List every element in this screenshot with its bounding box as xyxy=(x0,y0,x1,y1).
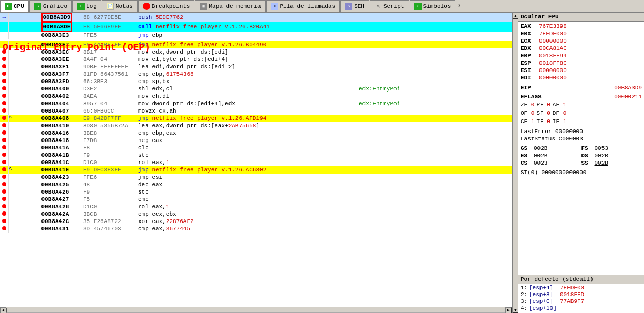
table-row[interactable]: 00B8A3EE 8A4F 04 mov cl,byte ptr ds:[edi… xyxy=(0,56,512,63)
scroll-left-btn[interactable]: ◄ xyxy=(0,307,6,314)
tab-log[interactable]: L Log xyxy=(72,0,101,12)
ocultar-fpu-button[interactable]: Ocultar FPU xyxy=(518,13,644,22)
comment-col xyxy=(359,70,512,78)
bp-col[interactable] xyxy=(0,22,8,32)
hex-col: FFE5 xyxy=(83,32,138,39)
bp-col[interactable] xyxy=(0,137,8,144)
bp-col[interactable] xyxy=(0,56,8,63)
table-row[interactable]: 00B8A41C D1C0 rol eax,1 xyxy=(0,159,512,166)
table-row[interactable]: ^ 00B8A41E E9 DFC3F3FF jmp netflix free … xyxy=(0,166,512,174)
bp-col[interactable] xyxy=(0,159,8,166)
bp-col[interactable] xyxy=(0,63,8,70)
code-area[interactable]: Original Entry Point (OEP) xyxy=(0,13,512,307)
seg-es-name: ES xyxy=(521,152,534,159)
table-row[interactable]: 00B8A41B F9 stc xyxy=(0,152,512,159)
breakpoint-dot xyxy=(2,94,6,98)
hex-col: D1C0 xyxy=(83,203,138,210)
tab-memoria[interactable]: ▦ Mapa de memoria xyxy=(195,0,265,12)
table-row[interactable]: 00B8A3EC 8B17 mov edx,dword ptr ds:[edi] xyxy=(0,48,512,56)
table-row[interactable]: 00B8A423 FFE6 jmp esi xyxy=(0,174,512,181)
bp-col[interactable] xyxy=(0,100,8,107)
scroll-track[interactable] xyxy=(6,308,505,313)
bp-col[interactable] xyxy=(0,115,8,122)
table-row[interactable]: ^ 00B8A408 E9 842DF7FF jmp netflix free … xyxy=(0,115,512,122)
tab-seh[interactable]: S SEH xyxy=(340,0,369,12)
table-row[interactable]: 00B8A3E3 FFE5 jmp ebp xyxy=(0,32,512,39)
tab-breakpoints[interactable]: ● Breakpoints xyxy=(138,0,195,12)
table-row[interactable]: 00B8A400 D3E2 shl edx,cl edx:EntryPoi xyxy=(0,85,512,93)
table-row[interactable]: 00B8A428 D1C0 rol eax,1 xyxy=(0,203,512,210)
table-row[interactable]: 00B8A426 F9 stc xyxy=(0,188,512,196)
bp-col[interactable] xyxy=(0,218,8,225)
flag-pf: PF 0 xyxy=(536,102,550,108)
breakpoint-dot xyxy=(2,226,6,230)
table-row[interactable]: 00B8A3F7 81FD 66437561 cmp ebp,61754366 xyxy=(0,70,512,78)
flag-df: DF 0 xyxy=(553,110,566,116)
comment-col xyxy=(359,48,512,56)
table-row[interactable]: 00B8A431 3D 45746703 cmp eax,3677445 xyxy=(0,225,512,233)
bp-col[interactable] xyxy=(0,48,8,56)
bp-col[interactable] xyxy=(0,210,8,218)
reg-eip: EIP 00B8A3D9 xyxy=(521,84,642,91)
hex-col: F7D8 xyxy=(83,137,138,144)
hex-col: 81FD 66437561 xyxy=(83,70,138,78)
bp-col[interactable]: → xyxy=(0,13,8,22)
table-row[interactable]: 00B8A416 3BE8 cmp ebp,eax xyxy=(0,129,512,137)
table-row[interactable]: 00B8A42C 35 F26A8722 xor eax,22876AF2 xyxy=(0,218,512,225)
bp-col[interactable] xyxy=(0,203,8,210)
tab-cpu[interactable]: C CPU xyxy=(0,0,29,12)
table-row[interactable]: 00B8A404 8957 04 mov dword ptr ds:[edi+4… xyxy=(0,100,512,107)
table-row[interactable]: 00B8A3DE E8 5E66F9FF call netflix free p… xyxy=(0,22,512,32)
comment-col xyxy=(359,22,512,32)
bp-col[interactable] xyxy=(0,93,8,100)
tab-simbolos[interactable]: Σ Símbolos xyxy=(410,0,456,12)
bp-col[interactable] xyxy=(0,181,8,188)
bp-col[interactable] xyxy=(0,166,8,174)
tab-pila[interactable]: ≡ Pila de llamadas xyxy=(266,0,340,12)
breakpoint-dot xyxy=(2,211,6,216)
bp-col[interactable] xyxy=(0,107,8,115)
bp-col[interactable] xyxy=(0,78,8,85)
table-row[interactable]: 00B8A3FD 66:3BE3 cmp sp,bx xyxy=(0,78,512,85)
table-row[interactable]: 00B8A3E7 E9 A4A0F7FF jmp netflix free pl… xyxy=(0,41,512,48)
bp-col[interactable] xyxy=(0,129,8,137)
tab-bar: C CPU G Gráfico L Log 📄 Notas ● Breakpoi… xyxy=(0,0,644,13)
scroll-down-btn[interactable]: ▼ xyxy=(513,307,519,313)
tab-script[interactable]: ✎ Script xyxy=(370,0,409,12)
table-row[interactable]: 00B8A3F1 9DBF FEFFFFFF lea edi,dword ptr… xyxy=(0,63,512,70)
table-row[interactable]: 00B8A41A F8 clc xyxy=(0,144,512,152)
tab-grafico[interactable]: G Gráfico xyxy=(29,0,72,12)
table-row[interactable]: 00B8A427 F5 cmc xyxy=(0,196,512,203)
asm-col: lea eax,dword ptr ds:[eax+2AB75658] xyxy=(138,122,359,129)
table-row[interactable]: 00B8A42A 3BCB cmp ecx,ebx xyxy=(0,210,512,218)
tab-notas[interactable]: 📄 Notas xyxy=(102,0,138,12)
bp-col[interactable] xyxy=(0,144,8,152)
comment-col xyxy=(359,137,512,144)
address-col: 00B8A404 xyxy=(40,100,83,107)
bp-col[interactable] xyxy=(0,225,8,233)
bp-col[interactable] xyxy=(0,188,8,196)
scroll-right-btn[interactable]: ► xyxy=(505,307,512,314)
asm-col: mov dword ptr ds:[edi+4],edx xyxy=(138,100,359,107)
seg-fs-val: 0053 xyxy=(595,145,613,152)
bp-col[interactable] xyxy=(0,122,8,129)
bp-col[interactable] xyxy=(0,70,8,78)
bp-col[interactable] xyxy=(0,174,8,181)
table-row[interactable]: 00B8A425 48 dec eax xyxy=(0,181,512,188)
table-row[interactable]: 00B8A402 8AEA mov ch,dl xyxy=(0,93,512,100)
stack-val-1: 7EFDE00 xyxy=(560,285,584,291)
table-row[interactable]: 00B8A418 F7D8 neg eax xyxy=(0,137,512,144)
bp-col[interactable] xyxy=(0,196,8,203)
bp-col[interactable] xyxy=(0,41,8,48)
bp-col[interactable] xyxy=(0,152,8,159)
reg-edx: EDX 00CA81AC xyxy=(521,45,642,52)
asm-col: neg eax xyxy=(138,137,359,144)
table-row[interactable]: 00B8A407 66:0FB6CC movzx cx,ah xyxy=(0,107,512,115)
horizontal-scrollbar[interactable]: ◄ ► xyxy=(0,307,512,313)
table-row[interactable]: → 00B8A3D9 68 6277DE5E push 5E xyxy=(0,13,512,22)
bp-col[interactable] xyxy=(0,32,8,39)
bp-col[interactable] xyxy=(0,85,8,93)
table-row[interactable]: 00B8A410 8D80 5856B72A lea eax,dword ptr… xyxy=(0,122,512,129)
scroll-up-btn[interactable]: ▲ xyxy=(513,13,519,19)
arrow-col xyxy=(8,144,40,152)
